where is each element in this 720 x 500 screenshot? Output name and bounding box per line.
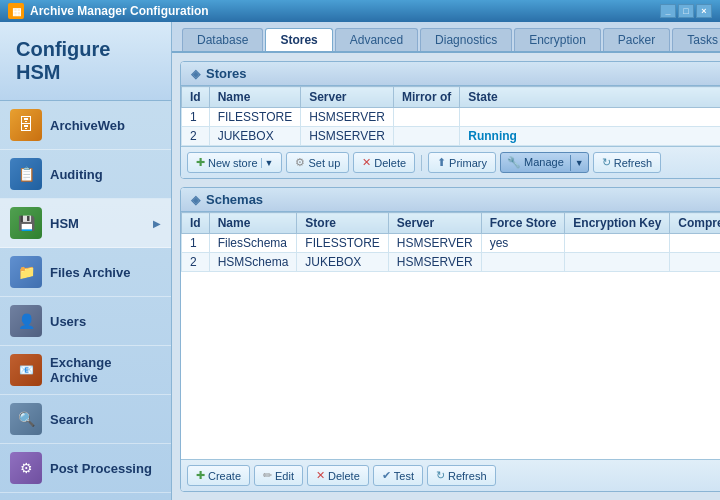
test-button[interactable]: ✔ Test [373, 465, 423, 486]
sidebar-item-exchange-archive[interactable]: 📧 ExchangeArchive [0, 346, 171, 395]
manage-group[interactable]: 🔧 Manage ▼ [500, 152, 589, 173]
edit-icon: ✏ [263, 469, 272, 482]
test-icon: ✔ [382, 469, 391, 482]
table-row[interactable]: 1 FILESSTORE HSMSERVER [182, 108, 721, 127]
sidebar-item-post-processing[interactable]: ⚙ Post Processing [0, 444, 171, 493]
sidebar-label-exchange-archive: ExchangeArchive [50, 355, 111, 385]
new-store-icon: ✚ [196, 156, 205, 169]
tab-database[interactable]: Database [182, 28, 263, 51]
stores-icon: ◈ [191, 67, 200, 81]
table-row[interactable]: 2 JUKEBOX HSMSERVER Running [182, 127, 721, 146]
schema-store-cell: JUKEBOX [297, 253, 388, 272]
schema-compression-cell [670, 253, 720, 272]
col-mirrorof: Mirror of [393, 87, 459, 108]
table-row[interactable]: 1 FilesSchema FILESSTORE HSMSERVER yes [182, 234, 721, 253]
manage-dropdown-icon[interactable]: ▼ [570, 155, 588, 171]
tab-stores[interactable]: Stores [265, 28, 332, 51]
schemas-toolbar: ✚ Create ✏ Edit ✕ Delete ✔ Test [181, 459, 720, 491]
schema-enckey-cell [565, 234, 670, 253]
new-store-button[interactable]: ✚ New store ▼ [187, 152, 282, 173]
setup-button[interactable]: ⚙ Set up [286, 152, 349, 173]
tab-packer[interactable]: Packer [603, 28, 670, 51]
stores-section: ◈ Stores Id Name Server Mirror of State [180, 61, 720, 179]
schema-server-cell: HSMSERVER [388, 234, 481, 253]
sidebar-label-files-archive: Files Archive [50, 265, 130, 280]
schema-store-cell: FILESSTORE [297, 234, 388, 253]
main-panel: ◈ Stores Id Name Server Mirror of State [172, 53, 720, 500]
schema-col-id: Id [182, 213, 210, 234]
schemas-icon: ◈ [191, 193, 200, 207]
tab-tasks[interactable]: Tasks [672, 28, 720, 51]
schemas-refresh-button[interactable]: ↻ Refresh [427, 465, 496, 486]
primary-button[interactable]: ⬆ Primary [428, 152, 496, 173]
stores-name-cell: FILESSTORE [209, 108, 300, 127]
sidebar: Configure HSM 🗄 ArchiveWeb 📋 Auditing 💾 … [0, 22, 172, 500]
stores-state-cell: Running [460, 127, 720, 146]
app-icon: ▦ [8, 3, 24, 19]
app-title: Configure HSM [0, 22, 171, 101]
content-area: Database Stores Advanced Diagnostics Enc… [172, 22, 720, 500]
schemas-table: Id Name Store Server Force Store Encrypt… [181, 212, 720, 272]
window-controls[interactable]: _ □ × [660, 4, 712, 18]
schemas-delete-icon: ✕ [316, 469, 325, 482]
schema-name-cell: FilesSchema [209, 234, 297, 253]
sidebar-item-archiveweb[interactable]: 🗄 ArchiveWeb [0, 101, 171, 150]
tab-bar: Database Stores Advanced Diagnostics Enc… [172, 22, 720, 53]
create-button[interactable]: ✚ Create [187, 465, 250, 486]
title-bar-text: Archive Manager Configuration [30, 4, 209, 18]
post-processing-icon: ⚙ [10, 452, 42, 484]
auditing-icon: 📋 [10, 158, 42, 190]
col-name: Name [209, 87, 300, 108]
sidebar-item-auditing[interactable]: 📋 Auditing [0, 150, 171, 199]
stores-refresh-icon: ↻ [602, 156, 611, 169]
tab-advanced[interactable]: Advanced [335, 28, 418, 51]
sidebar-item-files-archive[interactable]: 📁 Files Archive [0, 248, 171, 297]
schema-forcestore-cell: yes [481, 234, 565, 253]
col-id: Id [182, 87, 210, 108]
manage-icon: 🔧 [507, 156, 521, 168]
schema-col-server: Server [388, 213, 481, 234]
schema-col-compression: Compression [670, 213, 720, 234]
title-bar: ▦ Archive Manager Configuration _ □ × [0, 0, 720, 22]
schema-server-cell: HSMSERVER [388, 253, 481, 272]
sidebar-item-users[interactable]: 👤 Users [0, 297, 171, 346]
sidebar-label-search: Search [50, 412, 93, 427]
schema-name-cell: HSMSchema [209, 253, 297, 272]
minimize-button[interactable]: _ [660, 4, 676, 18]
stores-state-cell [460, 108, 720, 127]
sidebar-label-users: Users [50, 314, 86, 329]
stores-mirrorof-cell [393, 127, 459, 146]
schemas-section: ◈ Schemas Id Name Store Server Force Sto… [180, 187, 720, 492]
stores-name-cell: JUKEBOX [209, 127, 300, 146]
schema-id-cell: 2 [182, 253, 210, 272]
sidebar-item-search[interactable]: 🔍 Search [0, 395, 171, 444]
new-store-dropdown-icon[interactable]: ▼ [261, 158, 274, 168]
schemas-delete-button[interactable]: ✕ Delete [307, 465, 369, 486]
stores-id-cell: 1 [182, 108, 210, 127]
sidebar-label-post-processing: Post Processing [50, 461, 152, 476]
toolbar-separator-1 [421, 155, 422, 171]
tab-diagnostics[interactable]: Diagnostics [420, 28, 512, 51]
stores-toolbar: ✚ New store ▼ ⚙ Set up ✕ Delete ⬆ [181, 146, 720, 178]
schemas-title: Schemas [206, 192, 263, 207]
stores-id-cell: 2 [182, 127, 210, 146]
stores-mirrorof-cell [393, 108, 459, 127]
stores-table-area: Id Name Server Mirror of State 1 FILESST… [181, 86, 720, 146]
manage-button[interactable]: 🔧 Manage [501, 153, 570, 172]
sidebar-label-auditing: Auditing [50, 167, 103, 182]
stores-delete-button[interactable]: ✕ Delete [353, 152, 415, 173]
archiveweb-icon: 🗄 [10, 109, 42, 141]
stores-refresh-button[interactable]: ↻ Refresh [593, 152, 662, 173]
schema-col-enckey: Encryption Key [565, 213, 670, 234]
edit-button[interactable]: ✏ Edit [254, 465, 303, 486]
schema-forcestore-cell [481, 253, 565, 272]
files-archive-icon: 📁 [10, 256, 42, 288]
table-row[interactable]: 2 HSMSchema JUKEBOX HSMSERVER [182, 253, 721, 272]
sidebar-label-hsm: HSM [50, 216, 79, 231]
sidebar-item-hsm[interactable]: 💾 HSM ▶ [0, 199, 171, 248]
col-state: State [460, 87, 720, 108]
maximize-button[interactable]: □ [678, 4, 694, 18]
close-button[interactable]: × [696, 4, 712, 18]
tab-encryption[interactable]: Encryption [514, 28, 601, 51]
schema-col-name: Name [209, 213, 297, 234]
